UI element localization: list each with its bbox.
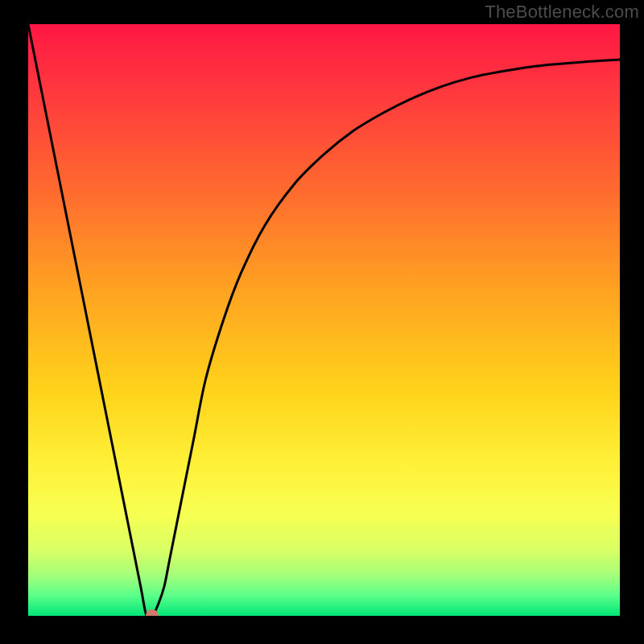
plot-area [28,24,620,616]
bottleneck-curve [28,24,620,616]
chart-frame: TheBottleneck.com [0,0,644,644]
watermark-text: TheBottleneck.com [485,2,639,23]
curve-layer [28,24,620,616]
